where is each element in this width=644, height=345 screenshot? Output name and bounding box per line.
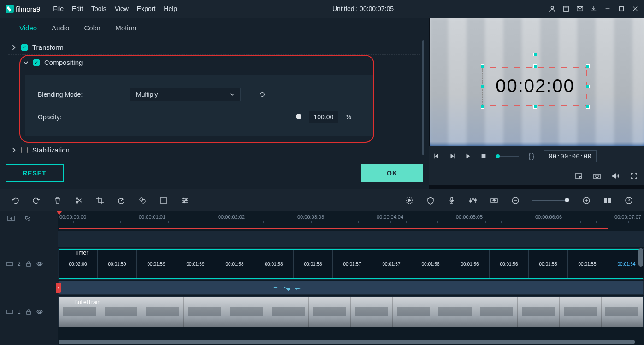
resize-handle[interactable] (586, 105, 590, 109)
clip-bullet-train[interactable]: BulletTrain (59, 297, 643, 327)
section-stabilization[interactable]: Stabilization (8, 143, 420, 157)
resize-handle[interactable] (533, 64, 537, 68)
delete-icon[interactable] (53, 196, 62, 205)
menu-help[interactable]: Help (164, 5, 177, 12)
reset-button[interactable]: RESET (6, 164, 64, 182)
help-icon[interactable] (625, 196, 633, 205)
maximize-icon[interactable] (618, 6, 625, 12)
play-icon[interactable] (465, 153, 471, 159)
save-icon[interactable] (563, 6, 569, 12)
record-voiceover-icon[interactable] (448, 196, 456, 205)
preview-monitor[interactable]: 00:02:00 (430, 18, 644, 146)
menu-view[interactable]: View (115, 5, 129, 12)
resize-handle[interactable] (586, 85, 590, 88)
zoom-in-icon[interactable] (582, 196, 591, 205)
in-out-markers[interactable]: { } (528, 152, 534, 160)
checkbox-compositing[interactable]: ✓ (33, 59, 40, 66)
blending-mode-select[interactable]: Multiply (130, 88, 241, 101)
tab-video[interactable]: Video (19, 24, 37, 35)
rotate-handle[interactable] (533, 53, 537, 56)
scrollbar[interactable] (422, 40, 424, 155)
link-icon[interactable] (24, 215, 31, 222)
minimize-icon[interactable] (604, 6, 611, 12)
menu-edit[interactable]: Edit (72, 5, 83, 12)
lock-icon[interactable] (25, 261, 32, 267)
zoom-fit-icon[interactable] (603, 196, 612, 205)
timeline-ruler[interactable]: 00:00:00:0000:00:01:0100:00:02:0200:00:0… (58, 211, 644, 225)
download-icon[interactable] (591, 6, 597, 12)
tab-color[interactable]: Color (84, 24, 100, 35)
section-compositing[interactable]: ✓ Compositing (20, 56, 373, 69)
prev-frame-icon[interactable] (433, 153, 440, 159)
svg-point-35 (39, 263, 41, 265)
keyframe-icon[interactable] (490, 196, 498, 205)
resize-handle[interactable] (481, 85, 484, 88)
crop-icon[interactable] (96, 196, 104, 205)
fullscreen-icon[interactable] (630, 172, 638, 180)
close-icon[interactable] (632, 6, 638, 12)
work-range[interactable] (59, 228, 608, 229)
titlebar: filmora9 File Edit Tools View Export Hel… (0, 0, 644, 18)
menu-export[interactable]: Export (137, 5, 155, 12)
playhead[interactable] (59, 211, 59, 345)
timer-frame: 00:01:58 (254, 250, 294, 278)
checkbox-stabilization[interactable] (21, 147, 28, 153)
stop-icon[interactable] (480, 153, 487, 159)
tab-motion[interactable]: Motion (115, 24, 136, 35)
green-screen-icon[interactable] (160, 196, 168, 205)
message-icon[interactable] (577, 6, 583, 12)
clip-timer[interactable]: Timer 00:02:0000:01:5900:01:5900:01:5900… (59, 249, 643, 279)
menu-tools[interactable]: Tools (91, 5, 106, 12)
color-icon[interactable] (138, 196, 147, 205)
chevron-right-icon[interactable] (11, 45, 17, 50)
resize-handle[interactable] (481, 105, 484, 109)
mixer-icon[interactable] (469, 196, 477, 205)
opacity-slider[interactable] (130, 117, 301, 117)
reset-blending-icon[interactable] (259, 91, 266, 98)
ok-button[interactable]: OK (361, 164, 423, 182)
percent-label: % (346, 113, 351, 121)
timer-frame: 00:01:55 (529, 250, 568, 278)
svg-point-9 (579, 176, 581, 178)
audio-clip[interactable] (59, 281, 643, 294)
text-overlay-selection[interactable]: 00:02:00 (482, 66, 588, 107)
split-icon[interactable] (75, 196, 83, 205)
add-track-icon[interactable] (7, 215, 15, 222)
timeline-vscroll[interactable] (638, 248, 643, 267)
menu-file[interactable]: File (53, 5, 64, 12)
lock-icon[interactable] (25, 309, 32, 315)
opacity-input[interactable]: 100.00 (309, 111, 338, 123)
zoom-out-icon[interactable] (511, 196, 520, 205)
next-frame-icon[interactable] (449, 153, 455, 159)
snapshot-icon[interactable] (593, 172, 601, 180)
marker-icon[interactable] (426, 196, 435, 205)
chevron-down-icon[interactable] (23, 60, 29, 65)
account-icon[interactable] (549, 6, 555, 12)
tab-audio[interactable]: Audio (52, 24, 69, 35)
speed-icon[interactable] (117, 196, 125, 205)
resize-handle[interactable] (586, 64, 590, 68)
svg-rect-33 (7, 262, 12, 266)
resize-handle[interactable] (481, 64, 484, 68)
visibility-icon[interactable] (36, 309, 43, 315)
timer-frame: 00:01:56 (450, 250, 490, 278)
overlay-text: 00:02:00 (483, 66, 588, 105)
volume-icon[interactable] (612, 172, 619, 180)
render-icon[interactable] (405, 196, 414, 205)
checkbox-transform[interactable]: ✓ (21, 44, 28, 51)
timeline-hscroll[interactable] (59, 340, 635, 344)
chevron-right-icon[interactable] (11, 147, 17, 153)
redo-icon[interactable] (32, 196, 41, 205)
undo-icon[interactable] (11, 196, 19, 205)
quality-icon[interactable] (575, 172, 582, 180)
visibility-icon[interactable] (36, 261, 43, 267)
svg-rect-24 (472, 199, 474, 199)
playback-scrubber[interactable] (496, 156, 519, 157)
ripple-handle[interactable]: ‹ (56, 283, 61, 293)
adjust-icon[interactable] (181, 196, 189, 205)
slider-thumb[interactable] (296, 114, 301, 119)
zoom-slider[interactable] (532, 200, 569, 201)
section-transform[interactable]: ✓ Transform (8, 40, 420, 55)
resize-handle[interactable] (533, 105, 537, 109)
preview-timecode: 00:00:00:00 (544, 150, 597, 162)
